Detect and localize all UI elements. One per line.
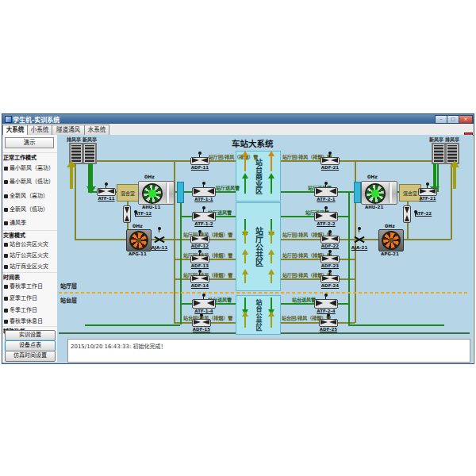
fire-icon (4, 243, 8, 247)
damper-atf-1-2[interactable]: ATF-1-2 (192, 212, 216, 221)
sensor-icon (158, 227, 161, 230)
damper-adf-21[interactable]: ADF-21 (321, 157, 340, 165)
tab-small-system[interactable]: 小系统 (27, 125, 52, 135)
minimize-button[interactable]: – (435, 115, 447, 124)
zone-label: 站台商业区 (254, 159, 263, 194)
duct-label: 站台送风管 (292, 296, 316, 303)
damper-atf-21[interactable]: ATF-21 (418, 188, 437, 196)
sidebar-item-minfresh-low[interactable]: 最小新风（低功） (2, 177, 58, 185)
damper-label: ADF-11 (191, 165, 209, 170)
fresh-trunk-arrow (90, 163, 93, 187)
fresh-tower-icon (83, 143, 97, 164)
damper-atf-12[interactable]: ATF-12 (123, 205, 131, 223)
tab-tunnel-vent[interactable]: 隧道通风 (52, 125, 85, 135)
silencer-icon (177, 182, 184, 203)
fresh-tower-icon (432, 143, 446, 164)
calendar-icon (4, 285, 8, 289)
damper-adf-11[interactable]: ADF-11 (190, 157, 209, 165)
item-label: 站厅商业区火灾 (10, 263, 48, 270)
valve-label: AJA-11 (152, 245, 168, 250)
damper-adf-14[interactable]: ADF-14 (190, 275, 209, 283)
damper-label: ADF-12 (191, 244, 209, 248)
duct-label: 站厅送风管 (216, 184, 240, 191)
valve-aja-21[interactable]: AJA-21 (353, 235, 366, 244)
damper-label: ATF-2-2 (317, 221, 335, 226)
damper-atf-11[interactable]: ATF-11 (97, 188, 116, 196)
damper-atf-2-4[interactable]: ATF-2-4 (314, 299, 338, 309)
item-label: 最小新风（高功） (10, 165, 54, 171)
sensor-icon (328, 270, 332, 273)
supply-riser-right (348, 191, 350, 324)
sidebar-item-vent-season[interactable]: 通风季 (2, 218, 58, 226)
frequency-readout: 0Hz (385, 223, 395, 228)
sidebar-item-fullfresh-low[interactable]: 全新风（低功） (2, 205, 58, 213)
duct-platform-supply-branch-right (348, 324, 444, 326)
damper-label: ATF-2-1 (317, 197, 335, 202)
duct-platform-supply-branch-left (85, 324, 180, 326)
duct-hall-exhaust3-right (279, 259, 355, 260)
tab-water-system[interactable]: 水系统 (84, 125, 109, 135)
damper-adf-24[interactable]: ADF-24 (321, 275, 340, 283)
sidebar-item-commercial-fire[interactable]: 站厅商业区火灾 (2, 262, 58, 270)
pavilion-labels-left: 排风亭 新风亭 (67, 136, 97, 143)
valve-aja-11[interactable]: AJA-11 (153, 235, 166, 244)
sensor-icon (324, 182, 328, 185)
sensor-icon (202, 182, 205, 185)
ahu-label: AHU-21 (365, 205, 383, 209)
app-icon (5, 116, 12, 123)
sidebar-item-springfall-workday[interactable]: 春秋季工作日 (2, 282, 58, 290)
training-settings-button[interactable]: 实训设置 (5, 330, 56, 341)
mode-icon (4, 221, 8, 225)
exhaust-flow-arrow (271, 254, 272, 263)
frequency-readout: 0Hz (367, 174, 378, 179)
sidebar-item-summer-workday[interactable]: 夏季工作日 (2, 294, 58, 301)
sensor-icon (105, 182, 108, 186)
tab-big-system[interactable]: 大系统 (2, 125, 28, 136)
exhaust-fan-label: APG-21 (381, 251, 399, 256)
sensor-icon (198, 250, 202, 253)
window-titlebar[interactable] (2, 113, 474, 125)
sidebar-item-hall-fire[interactable]: 站厅公共区火灾 (2, 251, 58, 259)
zone-label: 站台公共区 (255, 299, 262, 331)
exhaust-flow-arrow (244, 155, 246, 171)
sidebar-item-springfall-restday[interactable]: 春秋季休息日 (2, 317, 58, 324)
item-label: 站厅公共区火灾 (10, 252, 48, 259)
sensor-icon (198, 230, 202, 233)
item-label: 冬季工作日 (10, 307, 37, 313)
damper-adf-13[interactable]: ADF-13 (190, 255, 209, 263)
mode-icon (4, 194, 8, 198)
fresh-trunk-arrow (433, 163, 436, 187)
device-point-table-button[interactable]: 设备点表 (5, 340, 56, 351)
zone-label: 站厅公共区 (251, 227, 266, 267)
sidebar-item-minfresh-high[interactable]: 最小新风（高功） (2, 163, 58, 171)
damper-adf-12[interactable]: ADF-12 (190, 236, 209, 244)
maximize-button[interactable]: □ (447, 115, 459, 124)
damper-label: ADF-15 (193, 327, 210, 332)
sensor-icon (327, 313, 330, 317)
frequency-readout: 0Hz (132, 223, 143, 228)
sidebar-item-winter-workday[interactable]: 冬季工作日 (2, 305, 58, 313)
duct-label: 站厅回/排风（排烟）管 (209, 153, 258, 160)
mode-icon (4, 167, 8, 171)
damper-atf-1-1[interactable]: ATF-1-1 (192, 187, 216, 197)
damper-atf-22[interactable]: ATF-22 (403, 205, 411, 223)
damper-adf-23[interactable]: ADF-23 (321, 255, 340, 263)
damper-adf-25[interactable]: ADF-25 (319, 319, 338, 327)
damper-adf-22[interactable]: ADF-22 (321, 236, 340, 244)
damper-adf-15[interactable]: ADF-15 (192, 319, 211, 327)
log-entry: 2015/10/20 16:43:33: 初始化完成！ (71, 342, 167, 350)
damper-atf-2-2[interactable]: ATF-2-2 (314, 212, 338, 221)
exhaust-flow-arrow (244, 234, 246, 244)
demo-header[interactable]: 演示 (5, 137, 54, 148)
screenshot-root: 学生机-实训系统 – □ × 大系统 小系统 隧道通风 水系统 演示 正常工作模… (0, 0, 476, 476)
diagram-title: 车站大系统 (232, 137, 274, 149)
sidebar-item-platform-fire[interactable]: 站台公共区火灾 (2, 240, 58, 248)
sidebar-item-fullfresh-high[interactable]: 全新风（高功） (2, 191, 58, 199)
supply-flow-arrow (271, 298, 272, 310)
sensor-icon (328, 230, 332, 233)
damper-atf-1-4[interactable]: ATF-1-4 (192, 299, 216, 309)
close-button[interactable]: × (459, 115, 473, 124)
damper-atf-2-1[interactable]: ATF-2-1 (314, 187, 338, 197)
exhaust-trunk-arrow (70, 167, 73, 189)
hall-floor-label: 站厅层 (60, 282, 77, 290)
